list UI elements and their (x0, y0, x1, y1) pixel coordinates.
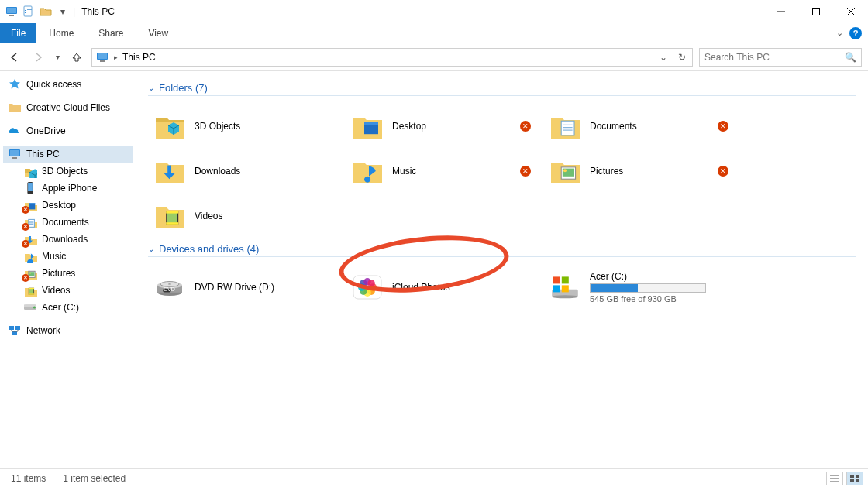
svg-rect-28 (29, 289, 34, 294)
error-badge-icon: ✕ (718, 166, 728, 177)
back-button[interactable] (6, 49, 23, 66)
group-header-devices[interactable]: ⌄ Devices and drives (4) (148, 243, 856, 257)
ribbon-collapse-icon[interactable]: ⌄ (836, 28, 843, 38)
sidebar-item-onedrive[interactable]: OneDrive (3, 122, 133, 139)
sidebar-item-acer-c-[interactable]: Acer (C:) (3, 299, 133, 316)
sidebar-item-music[interactable]: Music (3, 248, 133, 265)
onedrive-icon (8, 124, 22, 138)
sidebar-label: Desktop (42, 200, 76, 211)
thispc-icon (8, 147, 22, 161)
sidebar-item-3d-objects[interactable]: 3D Objects (3, 163, 133, 180)
tile-label: Pictures (590, 166, 623, 177)
sidebar-item-this-pc[interactable]: This PC (3, 146, 133, 163)
star-icon (8, 77, 22, 91)
3d-icon (23, 164, 37, 178)
tile-label: Acer (C:) (590, 271, 706, 282)
window-title: This PC (81, 6, 115, 17)
device-tile-acer-c-[interactable]: Acer (C:)545 GB free of 930 GB (543, 265, 741, 310)
forward-button[interactable] (29, 49, 46, 66)
svg-rect-68 (553, 276, 560, 283)
search-icon[interactable]: 🔍 (845, 52, 856, 63)
desktop-icon: ✕ (23, 198, 37, 212)
status-bar: 11 items 1 item selected (0, 468, 868, 487)
svg-text:DVD: DVD (164, 286, 175, 292)
svg-point-65 (367, 280, 375, 287)
folder-tile-desktop[interactable]: Desktop✕ (346, 104, 543, 149)
folder-tile-pictures[interactable]: Pictures✕ (543, 149, 741, 194)
sidebar-item-downloads[interactable]: ✕Downloads (3, 231, 133, 248)
details-view-button[interactable] (826, 472, 843, 485)
tab-view[interactable]: View (136, 23, 181, 43)
pictures-icon (548, 154, 582, 188)
file-tab[interactable]: File (0, 23, 36, 43)
device-tile-icloud-photos[interactable]: iCloud Photos (346, 265, 543, 310)
tile-label: Documents (590, 121, 637, 132)
group-header-folders[interactable]: ⌄ Folders (7) (148, 82, 856, 96)
svg-rect-48 (166, 211, 178, 214)
network-icon (8, 324, 22, 338)
svg-rect-39 (561, 121, 574, 135)
svg-rect-77 (850, 479, 854, 482)
close-button[interactable] (833, 0, 868, 23)
window-controls (763, 0, 868, 23)
group-title: Folders (7) (159, 82, 208, 94)
folder-tile-documents[interactable]: Documents✕ (543, 104, 741, 149)
error-badge-icon: ✕ (718, 121, 728, 132)
sidebar-item-creative-cloud[interactable]: Creative Cloud Files (3, 99, 133, 116)
sidebar-item-pictures[interactable]: ✕Pictures (3, 265, 133, 282)
sidebar-label: 3D Objects (42, 166, 88, 177)
sidebar-label: This PC (26, 149, 60, 159)
svg-rect-36 (12, 331, 17, 335)
help-icon[interactable]: ? (849, 27, 862, 39)
maximize-button[interactable] (798, 0, 833, 23)
sidebar-label: Apple iPhone (42, 183, 97, 194)
search-input[interactable] (704, 52, 845, 63)
svg-rect-75 (850, 475, 854, 478)
svg-rect-30 (29, 293, 34, 294)
3d-icon (153, 109, 187, 143)
svg-rect-38 (364, 122, 378, 125)
svg-rect-2 (9, 15, 14, 16)
svg-point-54 (168, 283, 171, 284)
main-area: Quick access Creative Cloud Files OneDri… (0, 71, 868, 468)
address-bar[interactable]: ▸ This PC ⌄ ↻ (91, 48, 693, 67)
tile-subtext: 545 GB free of 930 GB (590, 294, 706, 304)
svg-rect-14 (10, 150, 19, 156)
sidebar-label: Pictures (42, 268, 75, 279)
tile-label: Desktop (392, 121, 426, 132)
properties-icon[interactable] (22, 5, 36, 19)
refresh-button[interactable]: ↻ (675, 52, 689, 63)
tile-label: Downloads (195, 166, 240, 177)
recent-locations-button[interactable]: ▾ (53, 49, 62, 66)
status-item-count: 11 items (11, 473, 46, 484)
svg-rect-4 (27, 9, 32, 10)
videos-icon (23, 283, 37, 297)
minimize-button[interactable] (763, 0, 798, 23)
address-chevron-icon[interactable]: ▸ (114, 53, 118, 61)
folder-tile-downloads[interactable]: Downloads (148, 149, 346, 194)
tab-home[interactable]: Home (36, 23, 86, 43)
new-folder-icon[interactable] (39, 5, 53, 19)
svg-rect-11 (98, 53, 107, 59)
address-dropdown-icon[interactable]: ⌄ (656, 52, 670, 63)
svg-rect-19 (29, 203, 35, 204)
folder-tile-3d-objects[interactable]: 3D Objects (148, 104, 346, 149)
videos-icon (153, 199, 187, 233)
folder-tile-videos[interactable]: Videos (148, 194, 346, 238)
folder-tile-music[interactable]: Music✕ (346, 149, 543, 194)
device-tile-dvd-rw-drive-d-[interactable]: DVDDVD RW Drive (D:) (148, 265, 346, 310)
sidebar-item-quick-access[interactable]: Quick access (3, 76, 133, 93)
status-selected: 1 item selected (63, 473, 126, 484)
downloads-icon (153, 154, 187, 188)
sidebar-item-documents[interactable]: ✕Documents (3, 214, 133, 231)
search-box[interactable]: 🔍 (699, 48, 862, 67)
up-button[interactable] (68, 49, 85, 66)
large-icons-view-button[interactable] (846, 472, 863, 485)
sidebar-label: OneDrive (26, 125, 66, 136)
sidebar-item-desktop[interactable]: ✕Desktop (3, 197, 133, 214)
sidebar-item-apple-iphone[interactable]: Apple iPhone (3, 180, 133, 197)
sidebar-item-videos[interactable]: Videos (3, 282, 133, 299)
sidebar-item-network[interactable]: Network (3, 322, 133, 339)
chevron-down-icon[interactable]: ▾ (56, 5, 70, 19)
tab-share[interactable]: Share (86, 23, 136, 43)
